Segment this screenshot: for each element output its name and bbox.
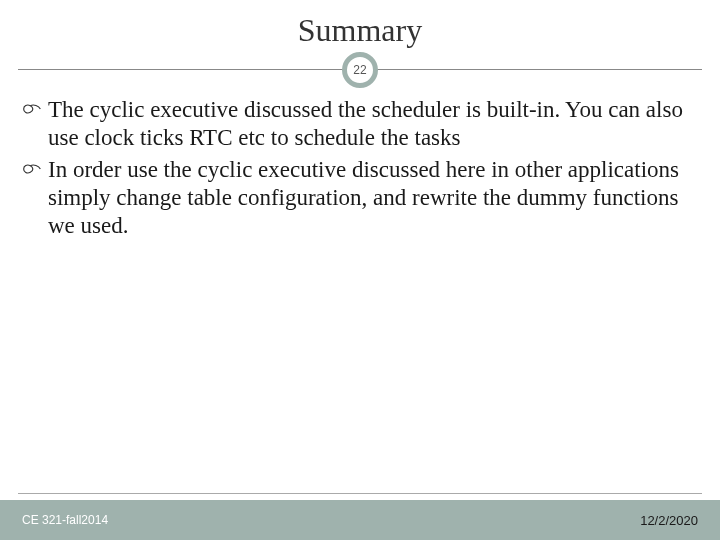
horizontal-rule-bottom <box>18 493 702 494</box>
bullet-text: In order use the cyclic executive discus… <box>48 157 679 238</box>
bullet-item: In order use the cyclic executive discus… <box>22 156 698 240</box>
loop-bullet-icon <box>22 96 44 122</box>
footer-bar: CE 321-fall2014 12/2/2020 <box>0 500 720 540</box>
slide-title: Summary <box>0 12 720 49</box>
footer-course-label: CE 321-fall2014 <box>22 513 108 527</box>
footer-date: 12/2/2020 <box>640 513 698 528</box>
slide: Summary 22 The cyclic executive discusse… <box>0 0 720 540</box>
slide-number-badge: 22 <box>342 52 378 88</box>
content-region: The cyclic executive discussed the sched… <box>22 96 698 244</box>
bullet-text: The cyclic executive discussed the sched… <box>48 97 683 150</box>
bullet-item: The cyclic executive discussed the sched… <box>22 96 698 152</box>
loop-bullet-icon <box>22 156 44 182</box>
title-region: Summary <box>0 12 720 49</box>
